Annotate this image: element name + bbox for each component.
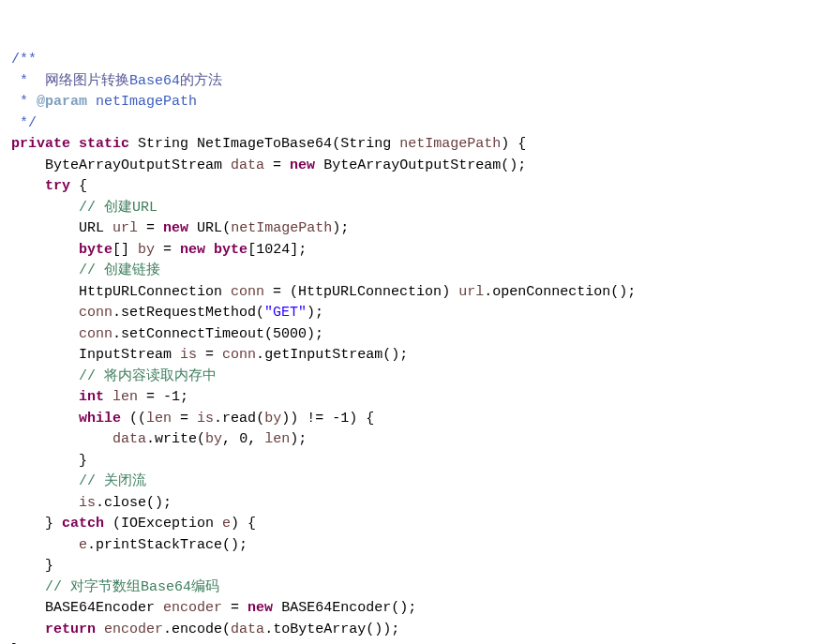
- kw-int: int: [79, 389, 104, 405]
- comment-b64-mid: Base64: [141, 579, 191, 595]
- var-encoder: encoder: [163, 600, 222, 616]
- var-e: e: [222, 516, 231, 532]
- num-5000: 5000: [273, 326, 307, 342]
- comment-create-url: // 创建URL: [79, 200, 158, 216]
- call-tobytearray: toByteArray: [273, 622, 366, 637]
- conn-ref2: conn: [79, 326, 112, 342]
- string-get: "GET": [264, 305, 307, 321]
- num-1024: 1024: [256, 242, 290, 258]
- kw-private: private: [11, 136, 70, 152]
- num-0: 0: [239, 431, 248, 447]
- kw-new-encoder: new: [248, 600, 273, 616]
- len-assign: len: [146, 411, 172, 427]
- ctor-base64encoder: BASE64Encoder: [281, 600, 391, 616]
- len-arg: len: [264, 431, 290, 447]
- var-by: by: [138, 242, 155, 258]
- is-ref2: is: [79, 495, 96, 511]
- data-ref: data: [112, 431, 146, 447]
- is-ref: is: [197, 411, 214, 427]
- kw-return: return: [45, 622, 96, 637]
- comment-close-stream: // 关闭流: [79, 473, 146, 489]
- javadoc-open: /**: [11, 52, 37, 67]
- var-is: is: [180, 347, 197, 363]
- var-conn: conn: [231, 284, 264, 300]
- method-name: NetImageToBase64: [197, 136, 332, 152]
- encoder-ref: encoder: [104, 622, 163, 637]
- type-base64encoder: BASE64Encoder: [45, 600, 155, 616]
- ctor-url: URL: [197, 220, 222, 236]
- by-arg: by: [264, 411, 281, 427]
- comment-b64-tail: 编码: [191, 579, 219, 595]
- call-setconnecttimeout: setConnectTimeout: [121, 326, 264, 342]
- comment-b64-lead: // 对字节数组: [45, 579, 141, 595]
- by-arg2: by: [205, 431, 222, 447]
- kw-new: new: [290, 157, 315, 173]
- javadoc-line-1-base: Base64: [129, 73, 180, 89]
- kw-catch: catch: [62, 516, 104, 532]
- call-close: close: [104, 495, 146, 511]
- call-setrequestmethod: setRequestMethod: [121, 305, 256, 321]
- return-type: String: [138, 136, 188, 152]
- arg-netimagepath: netImagePath: [231, 220, 332, 236]
- e-ref: e: [79, 537, 87, 553]
- kw-new-url: new: [163, 220, 188, 236]
- var-data: data: [231, 157, 264, 173]
- javadoc-param-tag: @param: [37, 94, 87, 110]
- type-huc: HttpURLConnection: [79, 284, 222, 300]
- var-len: len: [112, 389, 138, 405]
- call-openconnection: openConnection: [492, 284, 610, 300]
- data-ref2: data: [231, 622, 264, 637]
- kw-byte-arr: byte: [214, 242, 248, 258]
- comment-read-into-memory: // 将内容读取内存中: [79, 368, 217, 384]
- conn-ref1: conn: [79, 305, 112, 321]
- ctor-baos: ByteArrayOutputStream: [323, 157, 501, 173]
- kw-new-byte: new: [180, 242, 205, 258]
- javadoc-line-1-cn-lead: 网络图片转换: [45, 73, 129, 89]
- javadoc-line-2-pre: *: [11, 94, 37, 110]
- javadoc-param-arg: netImagePath: [87, 94, 197, 110]
- kw-while: while: [79, 411, 121, 427]
- call-encode: encode: [172, 622, 222, 637]
- javadoc-line-1-cn-tail: 的方法: [180, 73, 222, 89]
- kw-byte: byte: [79, 242, 112, 258]
- conn-ref3: conn: [222, 347, 256, 363]
- num-neg1-cmp: -1: [332, 411, 349, 427]
- call-getinputstream: getInputStream: [264, 347, 382, 363]
- javadoc-close: */: [11, 115, 37, 131]
- type-baos: ByteArrayOutputStream: [45, 157, 222, 173]
- type-inputstream: InputStream: [79, 347, 172, 363]
- type-ioexception: IOException: [121, 516, 214, 532]
- num-neg1-init: -1: [163, 389, 180, 405]
- javadoc-line-1-pre: *: [11, 73, 45, 89]
- var-url: url: [112, 220, 138, 236]
- kw-static: static: [79, 136, 129, 152]
- kw-try: try: [45, 178, 70, 194]
- param-name: netImagePath: [399, 136, 501, 152]
- call-read: read: [222, 411, 256, 427]
- comment-create-link: // 创建链接: [79, 262, 160, 278]
- type-url: URL: [79, 220, 104, 236]
- call-printstacktrace: printStackTrace: [96, 537, 222, 553]
- call-write: write: [155, 431, 197, 447]
- param-type: String: [340, 136, 391, 152]
- cast-huc: HttpURLConnection: [298, 284, 442, 300]
- url-ref: url: [458, 284, 484, 300]
